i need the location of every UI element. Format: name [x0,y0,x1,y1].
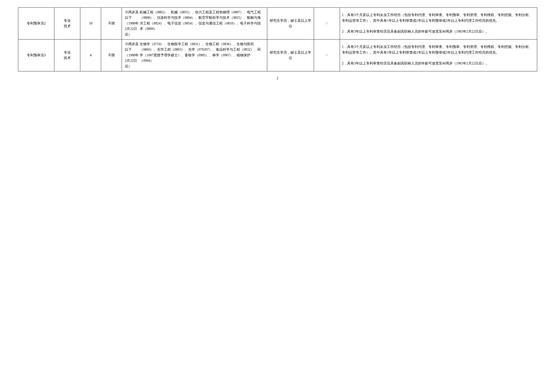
table-wrapper: 专利预审员2 专业技术 10 不限 35周岁及以下（1988年2月22日后） 机… [18,7,537,71]
table-row: 专利预审员2 专业技术 10 不限 35周岁及以下（1988年2月22日后） 机… [18,8,537,40]
table-row: 专利预审员3 专业技术 4 不限 35周岁及以下（1988年2月22日后） 生物… [18,39,537,71]
row2-type: 专业技术 [54,39,80,71]
row2-other: / [314,39,340,71]
row2-count: 4 [80,39,101,71]
row1-age: 不限 [101,8,122,40]
row1-title: 专利预审员2 [18,8,54,40]
row2-edu: 研究生学历，硕士及以上学位 [267,39,314,71]
page-number: 2 [277,76,278,80]
row2-title: 专利预审员3 [18,39,54,71]
main-table: 专利预审员2 专业技术 10 不限 35周岁及以下（1988年2月22日后） 机… [18,7,537,71]
row1-other: / [314,8,340,40]
row2-age: 不限 [101,39,122,71]
row1-type: 专业技术 [54,8,80,40]
row1-major: 35周岁及以下（1988年2月22日后） 机械工程（0802）、机械（0855）… [122,8,267,40]
row2-major: 35周岁及以下（1988年2月22日后） 生物学（0710）、生物医学工程（08… [122,39,267,71]
row1-notes: 1．具有3个月及以上专利从业工作经历（包括专利代理、专利审查、专利预审、专利管理… [340,8,537,40]
row1-count: 10 [80,8,101,40]
row2-notes: 1．具有3个月及以上专利从业工作经历（包括专利代理、专利审查、专利预审、专利管理… [340,39,537,71]
row1-edu: 研究生学历，硕士及以上学位 [267,8,314,40]
